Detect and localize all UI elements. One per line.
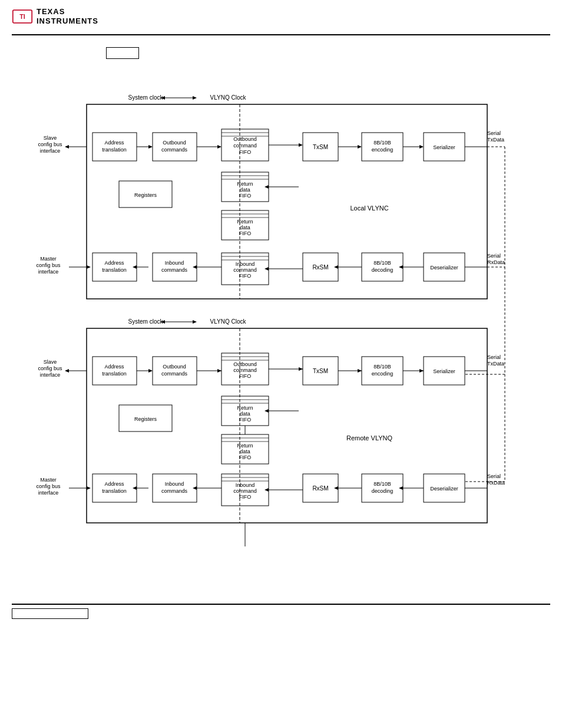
svg-text:Local VLYNC: Local VLYNC (350, 205, 388, 212)
svg-marker-130 (217, 369, 222, 373)
svg-text:Serial: Serial (487, 354, 501, 360)
svg-text:FIFO: FIFO (239, 454, 252, 460)
ti-logo-text: Texas Instruments (37, 7, 98, 25)
svg-text:Deserializer: Deserializer (430, 265, 458, 271)
page-header: TI Texas Instruments (0, 0, 562, 33)
svg-text:TxSM: TxSM (313, 368, 328, 374)
svg-text:translation: translation (102, 267, 127, 273)
svg-marker-147 (419, 369, 424, 373)
svg-text:Inbound: Inbound (165, 481, 184, 487)
svg-text:data: data (240, 225, 250, 230)
ti-logo: TI Texas Instruments (12, 6, 98, 27)
svg-marker-41 (419, 145, 424, 149)
svg-text:Serializer: Serializer (433, 368, 455, 374)
svg-text:FIFO: FIFO (239, 373, 252, 379)
svg-marker-179 (133, 486, 137, 490)
svg-text:config bus: config bus (36, 262, 61, 268)
svg-text:interface: interface (40, 148, 61, 154)
svg-text:Master: Master (40, 477, 57, 483)
svg-marker-142 (358, 369, 362, 373)
svg-text:TI: TI (19, 13, 25, 20)
svg-text:RxData: RxData (487, 480, 505, 486)
svg-text:8B/10B: 8B/10B (373, 140, 391, 146)
svg-text:Address: Address (104, 364, 124, 370)
svg-text:8B/10B: 8B/10B (373, 481, 391, 487)
svg-text:commands: commands (161, 371, 188, 377)
svg-text:Inbound: Inbound (165, 260, 184, 266)
svg-text:config bus: config bus (38, 141, 62, 147)
svg-text:RxSM: RxSM (312, 485, 328, 492)
svg-text:RxSM: RxSM (312, 264, 328, 271)
svg-marker-14 (65, 145, 69, 149)
svg-text:config bus: config bus (36, 483, 61, 489)
svg-marker-90 (334, 265, 338, 269)
svg-text:TxData: TxData (487, 361, 504, 367)
svg-text:translation: translation (102, 488, 127, 494)
svg-marker-32 (299, 143, 303, 147)
svg-text:Deserializer: Deserializer (430, 486, 458, 492)
svg-rect-2 (87, 104, 487, 299)
svg-marker-78 (193, 265, 197, 269)
svg-text:Registers: Registers (134, 192, 157, 198)
svg-text:translation: translation (102, 371, 127, 377)
svg-text:commands: commands (161, 147, 188, 153)
bottom-divider (12, 604, 550, 605)
svg-text:Serial: Serial (487, 130, 501, 136)
svg-text:Address: Address (104, 481, 124, 487)
svg-text:data: data (240, 187, 250, 193)
svg-marker-72 (133, 265, 137, 269)
svg-text:FIFO: FIFO (239, 149, 252, 155)
svg-marker-96 (399, 265, 403, 269)
svg-text:FIFO: FIFO (239, 193, 252, 199)
svg-text:Address: Address (104, 140, 124, 146)
svg-text:8B/10B: 8B/10B (373, 260, 391, 266)
svg-text:Outbound: Outbound (233, 136, 257, 142)
svg-marker-56 (265, 185, 269, 189)
footer-rect (12, 608, 88, 619)
svg-marker-19 (148, 145, 153, 149)
svg-marker-86 (265, 267, 269, 271)
svg-text:Return: Return (237, 443, 253, 449)
svg-text:Serializer: Serializer (433, 144, 455, 150)
svg-text:commands: commands (161, 488, 188, 494)
svg-marker-192 (265, 488, 269, 492)
svg-rect-108 (87, 328, 487, 523)
svg-text:VLYNQ Clock: VLYNQ Clock (210, 318, 247, 325)
svg-text:Inbound: Inbound (236, 261, 255, 267)
svg-text:RxData: RxData (487, 259, 505, 265)
svg-text:command: command (233, 488, 257, 494)
svg-text:TxData: TxData (487, 137, 504, 143)
small-rect-area (106, 47, 550, 60)
svg-text:System clock: System clock (128, 94, 164, 101)
diagram-svg: System clock VLYNQ Clock Local VLYNC Sla… (16, 66, 546, 597)
svg-text:translation: translation (102, 147, 127, 153)
svg-text:interface: interface (38, 490, 59, 496)
svg-text:Slave: Slave (44, 135, 57, 141)
svg-marker-196 (334, 486, 338, 490)
svg-text:Remote VLYNQ: Remote VLYNQ (346, 434, 392, 442)
svg-text:8B/10B: 8B/10B (373, 364, 391, 370)
svg-marker-138 (299, 367, 303, 371)
svg-text:FIFO: FIFO (239, 230, 252, 236)
svg-text:data: data (240, 411, 250, 417)
svg-marker-67 (87, 265, 91, 269)
svg-text:Return: Return (237, 405, 253, 411)
svg-text:Return: Return (237, 181, 253, 187)
svg-text:Inbound: Inbound (236, 482, 255, 488)
svg-text:Serial: Serial (487, 253, 501, 259)
svg-marker-125 (148, 369, 153, 373)
svg-text:FIFO: FIFO (239, 494, 252, 500)
svg-marker-112 (193, 320, 197, 324)
svg-text:encoding: encoding (372, 147, 394, 153)
svg-text:decoding: decoding (372, 488, 394, 494)
svg-text:TxSM: TxSM (313, 144, 328, 150)
svg-marker-6 (193, 96, 197, 100)
svg-marker-120 (65, 369, 69, 373)
svg-text:config bus: config bus (38, 365, 62, 371)
svg-marker-36 (358, 145, 362, 149)
small-rect (106, 47, 139, 59)
svg-text:Outbound: Outbound (163, 364, 186, 370)
svg-marker-24 (217, 145, 222, 149)
svg-text:Registers: Registers (134, 416, 157, 422)
svg-text:Master: Master (40, 256, 57, 262)
